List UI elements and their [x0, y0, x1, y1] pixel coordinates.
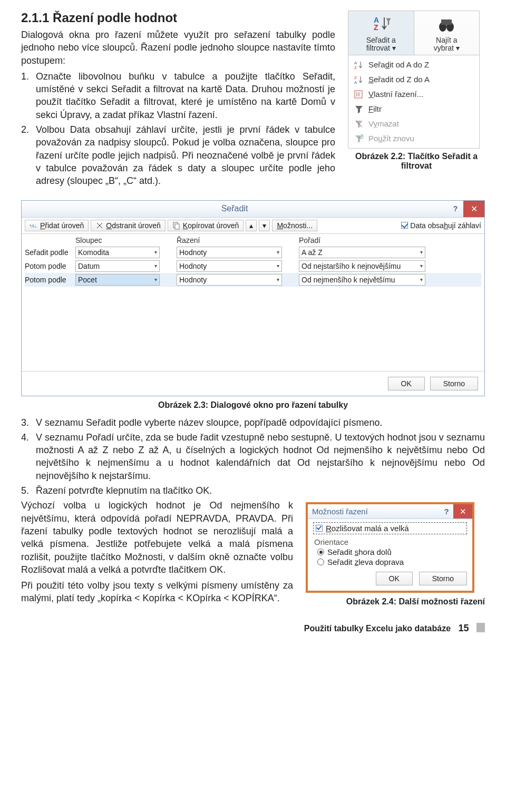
- footer-decoration: [476, 623, 485, 632]
- caption-2-4: Obrázek 2.4: Další možnosti řazení: [306, 597, 485, 606]
- col-header-razeni: Řazení: [177, 236, 282, 244]
- svg-rect-15: [175, 224, 179, 229]
- sort-filter-icon: A Z: [371, 14, 392, 35]
- sort-desc-icon: ZA: [354, 74, 364, 85]
- checkbox-icon: [401, 222, 408, 229]
- reapply-icon: [354, 133, 364, 144]
- sort-options-dialog: Možnosti řazení ? ✕ Rozlišovat malá a ve…: [306, 502, 474, 593]
- add-icon: *A↓: [30, 221, 38, 230]
- menu-label: Použít znovu: [368, 134, 414, 143]
- move-up-button[interactable]: ▴: [246, 220, 257, 231]
- menu-filter[interactable]: Filtr: [348, 102, 479, 116]
- sort-by-combo[interactable]: Hodnoty▾: [177, 260, 282, 272]
- col-header-poradi: Pořadí: [299, 236, 425, 244]
- move-down-button[interactable]: ▾: [259, 220, 270, 231]
- intro-paragraph: Dialogová okna pro řazení můžete využít …: [21, 28, 335, 67]
- remove-icon: [95, 221, 104, 230]
- svg-text:Z: Z: [354, 65, 357, 70]
- menu-label: Seřadit od A do Z: [368, 60, 429, 69]
- options-cancel-button[interactable]: Storno: [419, 572, 467, 585]
- svg-text:Z: Z: [374, 23, 378, 32]
- ribbon-panel: A Z Seřadit afiltrovat ▾: [348, 11, 480, 149]
- ok-button[interactable]: OK: [388, 377, 425, 390]
- page-footer: Použití tabulky Excelu jako databáze 15: [21, 623, 485, 634]
- footer-chapter-title: Použití tabulky Excelu jako databáze: [304, 624, 451, 633]
- sort-by-combo[interactable]: Hodnoty▾: [177, 247, 282, 258]
- section-heading: 2.1.1 Řazení podle hodnot: [21, 11, 335, 25]
- help-button[interactable]: ?: [447, 204, 463, 213]
- row-label: Potom podle: [25, 262, 72, 270]
- ribbon-find-select-label: Najít avybrat ▾: [416, 36, 478, 53]
- step-5: Řazení potvrďte klepnutím na tlačítko OK…: [21, 484, 485, 497]
- add-level-button[interactable]: *A↓ Přidat úroveň: [25, 220, 89, 231]
- menu-label: Seřadit od Z do A: [368, 75, 430, 84]
- step-2: Volbou Data obsahují záhlaví určíte, jes…: [21, 123, 335, 187]
- options-button[interactable]: Možnosti...: [272, 220, 317, 231]
- menu-sort-a-z[interactable]: AZ Seřadit od A do Z: [348, 57, 479, 72]
- menu-label: Filtr: [368, 104, 382, 113]
- ribbon-find-select-button[interactable]: Najít avybrat ▾: [414, 11, 480, 55]
- step-4: V seznamu Pořadí určíte, zda se bude řad…: [21, 431, 485, 482]
- help-button[interactable]: ?: [440, 507, 453, 516]
- menu-label: Vymazat: [368, 119, 399, 128]
- sort-column-combo[interactable]: Pocet▾: [75, 274, 160, 286]
- svg-text:*A↓: *A↓: [30, 223, 37, 229]
- filter-icon: [354, 104, 364, 114]
- sort-order-combo[interactable]: Od nejmenšího k největšímu▾: [299, 274, 425, 286]
- custom-sort-icon: [354, 89, 364, 100]
- menu-sort-z-a[interactable]: ZA Seřadit od Z do A: [348, 72, 479, 87]
- orientation-left-right[interactable]: Seřadit zleva doprava: [317, 557, 467, 566]
- svg-rect-4: [441, 19, 452, 25]
- copy-icon: [172, 221, 181, 230]
- has-headers-checkbox[interactable]: Data obsahují záhlaví: [401, 221, 481, 230]
- caption-2-2: Obrázek 2.2: Tlačítko Seřadit a filtrova…: [348, 152, 485, 171]
- orientation-label: Orientace: [314, 537, 467, 546]
- sort-by-combo[interactable]: Hodnoty▾: [177, 274, 282, 286]
- svg-text:A: A: [354, 61, 357, 65]
- footer-page-number: 15: [459, 623, 469, 633]
- paragraph-case-order: Při použití této volby jsou texty s velk…: [21, 579, 293, 605]
- dialog-title: Seřadit: [22, 204, 447, 213]
- sort-dialog: Seřadit ? ✕ *A↓ Přidat úroveň Odstranit …: [21, 200, 485, 396]
- row-label: Seřadit podle: [25, 248, 72, 257]
- copy-level-button[interactable]: Kopírovat úroveň: [168, 220, 244, 231]
- cancel-button[interactable]: Storno: [430, 377, 478, 390]
- close-button[interactable]: ✕: [463, 201, 484, 217]
- paragraph-logical-default: Výchozí volba u logických hodnot je Od n…: [21, 499, 293, 576]
- svg-text:A: A: [354, 80, 357, 85]
- menu-clear: Vymazat: [348, 116, 479, 131]
- options-ok-button[interactable]: OK: [376, 572, 413, 585]
- ribbon-sort-filter-button[interactable]: A Z Seřadit afiltrovat ▾: [348, 11, 414, 55]
- svg-rect-9: [355, 91, 362, 98]
- radio-on-icon: [317, 549, 324, 555]
- svg-text:Z: Z: [354, 75, 357, 80]
- caption-2-3: Obrázek 2.3: Dialogové okno pro řazení t…: [21, 400, 485, 410]
- binoculars-icon: [436, 14, 457, 35]
- sort-order-combo[interactable]: Od nejstaršího k nejnovějšímu▾: [299, 260, 425, 272]
- ribbon-sort-filter-label: Seřadit afiltrovat ▾: [351, 36, 412, 53]
- menu-label: Vlastní řazení...: [368, 90, 423, 99]
- orientation-top-bottom[interactable]: Seřadit shora dolů: [317, 547, 467, 556]
- sort-column-combo[interactable]: Komodita▾: [75, 247, 160, 258]
- col-header-sloupec: Sloupec: [75, 236, 160, 244]
- step-3: V seznamu Seřadit podle vyberte název sl…: [21, 416, 485, 429]
- close-button[interactable]: ✕: [453, 504, 472, 518]
- sort-column-combo[interactable]: Datum▾: [75, 260, 160, 272]
- menu-reapply: Použít znovu: [348, 131, 479, 146]
- sort-order-combo[interactable]: A až Z▾: [299, 247, 425, 258]
- radio-off-icon: [317, 559, 324, 565]
- options-dialog-title: Možnosti řazení: [308, 507, 440, 516]
- case-sensitive-checkbox[interactable]: Rozlišovat malá a velká: [313, 522, 467, 534]
- clear-filter-icon: [354, 119, 364, 129]
- row-label: Potom podle: [25, 276, 72, 284]
- menu-custom-sort[interactable]: Vlastní řazení...: [348, 87, 479, 102]
- step-1: Označte libovolnou buňku v tabulce a pou…: [21, 70, 335, 121]
- remove-level-button[interactable]: Odstranit úroveň: [91, 220, 166, 231]
- sort-asc-icon: AZ: [354, 60, 364, 70]
